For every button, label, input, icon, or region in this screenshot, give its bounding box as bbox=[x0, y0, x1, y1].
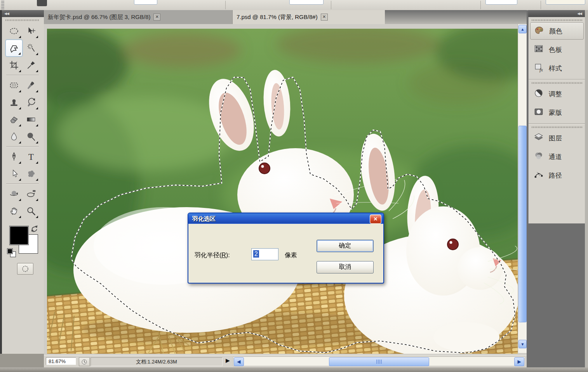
canvas-area: ▲ ▼ bbox=[44, 24, 527, 355]
burn-tool[interactable] bbox=[23, 128, 40, 145]
options-input-partial[interactable] bbox=[134, 0, 157, 5]
swap-colors-icon[interactable] bbox=[30, 224, 39, 234]
patch-tool[interactable] bbox=[5, 77, 23, 94]
selected-input-text: 2 bbox=[253, 250, 259, 258]
tab-close-icon[interactable]: ✕ bbox=[153, 14, 160, 21]
masks-icon bbox=[533, 107, 544, 119]
pixels-unit-label: 像素 bbox=[285, 251, 297, 260]
panel-button-label: 通道 bbox=[549, 152, 562, 161]
history-brush-tool[interactable] bbox=[23, 94, 40, 111]
tool-options-bar bbox=[0, 0, 588, 10]
cancel-button[interactable]: 取消 bbox=[317, 261, 374, 273]
right-panel-dock: ◀◀ 颜色 色板 fx 样式 调整 蒙版 bbox=[528, 10, 585, 372]
path-selection-tool[interactable] bbox=[5, 165, 23, 182]
layers-icon bbox=[533, 132, 544, 144]
ok-button[interactable]: 确定 bbox=[317, 240, 374, 252]
hand-tool[interactable] bbox=[5, 202, 23, 220]
gradient-tool[interactable] bbox=[23, 111, 40, 128]
panel-button-layers[interactable]: 图层 bbox=[530, 130, 584, 147]
status-bar: 81.67% 文档:1.24M/2.63M ▶ ◀ ▶ bbox=[44, 355, 527, 368]
document-canvas[interactable] bbox=[47, 29, 518, 354]
tab-label: 7.psd @ 81.7% (背景, RGB/8#) bbox=[237, 14, 318, 21]
vertical-scroll-thumb[interactable] bbox=[518, 126, 527, 322]
panel-button-label: 调整 bbox=[549, 90, 562, 99]
dialog-title-bar[interactable]: 羽化选区 bbox=[188, 213, 383, 224]
zoom-tool[interactable] bbox=[23, 202, 40, 220]
document-size-info[interactable]: 文档:1.24M/2.63M bbox=[90, 357, 223, 366]
pen-tool[interactable] bbox=[5, 148, 23, 165]
quick-mask-button[interactable] bbox=[17, 263, 33, 275]
scroll-right-icon[interactable]: ▶ bbox=[514, 357, 524, 366]
collapse-right-icon: ◀◀ bbox=[577, 12, 582, 16]
polygonal-lasso-tool[interactable] bbox=[5, 40, 23, 57]
document-tab-active[interactable]: 7.psd @ 81.7% (背景, RGB/8#) ✕ bbox=[233, 10, 385, 24]
default-colors-icon[interactable] bbox=[7, 248, 13, 254]
blur-tool[interactable] bbox=[5, 128, 23, 145]
feather-radius-label: 羽化半径(R): bbox=[195, 251, 230, 260]
custom-shape-tool[interactable] bbox=[23, 165, 40, 182]
panel-button-adjustments[interactable]: 调整 bbox=[530, 85, 584, 102]
dialog-close-icon[interactable]: ✕ bbox=[370, 215, 381, 224]
scroll-up-icon[interactable]: ▲ bbox=[518, 25, 527, 33]
horizontal-scrollbar[interactable]: ◀ ▶ bbox=[233, 356, 525, 366]
dock-collapse-button[interactable]: ◀◀ bbox=[528, 10, 585, 17]
tab-close-icon[interactable]: ✕ bbox=[321, 14, 328, 21]
svg-text:T: T bbox=[28, 152, 34, 162]
swatches-grid-icon bbox=[533, 44, 544, 56]
move-tool[interactable] bbox=[23, 22, 40, 40]
panel-button-label: 蒙版 bbox=[549, 108, 562, 117]
panel-button-styles[interactable]: fx 样式 bbox=[530, 60, 584, 77]
status-flyout-icon[interactable]: ▶ bbox=[226, 357, 230, 363]
panel-button-label: 样式 bbox=[549, 64, 562, 73]
paths-icon bbox=[533, 170, 544, 182]
brush-tool[interactable] bbox=[23, 77, 40, 94]
collapse-left-icon: ◀◀ bbox=[4, 12, 9, 16]
crop-tool[interactable] bbox=[5, 57, 23, 74]
elliptical-marquee-tool[interactable] bbox=[5, 22, 23, 40]
scroll-down-icon[interactable]: ▼ bbox=[518, 340, 527, 348]
toolbox-collapse-button[interactable]: ◀◀ bbox=[2, 10, 44, 17]
3d-rotate-tool[interactable] bbox=[5, 185, 23, 202]
panel-button-color[interactable]: 颜色 bbox=[530, 22, 584, 40]
3d-orbit-tool[interactable] bbox=[23, 185, 40, 202]
panel-button-label: 色板 bbox=[549, 45, 562, 54]
magic-wand-tool[interactable] bbox=[23, 40, 40, 57]
zoom-level-field[interactable]: 81.67% bbox=[46, 357, 76, 365]
panel-drag-handle[interactable] bbox=[532, 82, 582, 84]
eyedropper-tool[interactable] bbox=[23, 57, 40, 74]
panel-button-channels[interactable]: 通道 bbox=[530, 148, 584, 165]
scroll-left-icon[interactable]: ◀ bbox=[234, 357, 244, 366]
panel-button-label: 图层 bbox=[549, 134, 562, 143]
toolbox-drag-handle[interactable] bbox=[5, 19, 39, 21]
options-input-partial[interactable] bbox=[485, 0, 517, 5]
feather-selection-dialog: 羽化选区 ✕ 羽化半径(R): 2 像素 确定 取消 bbox=[188, 213, 384, 284]
feather-radius-input[interactable]: 2 bbox=[251, 248, 278, 260]
photoshop-window: ◀◀ bbox=[0, 0, 588, 372]
styles-fx-icon: fx bbox=[533, 62, 544, 74]
panel-button-label: 颜色 bbox=[549, 27, 562, 36]
channels-icon bbox=[533, 151, 544, 163]
panel-drag-handle[interactable] bbox=[532, 126, 582, 128]
color-palette-icon bbox=[534, 25, 545, 37]
clone-stamp-tool[interactable] bbox=[5, 94, 23, 111]
panel-button-swatches[interactable]: 色板 bbox=[530, 41, 584, 58]
panel-button-masks[interactable]: 蒙版 bbox=[530, 104, 584, 121]
timer-icon[interactable] bbox=[79, 357, 90, 366]
foreground-color-swatch[interactable] bbox=[9, 226, 29, 245]
dialog-title: 羽化选区 bbox=[192, 215, 216, 222]
tool-preset-thumb[interactable] bbox=[37, 0, 47, 6]
options-input-partial[interactable] bbox=[289, 0, 324, 5]
document-tab-bar: 新年贺卡.psd @ 66.7% (图层 3, RGB/8) ✕ 7.psd @… bbox=[44, 10, 527, 24]
eraser-tool[interactable] bbox=[5, 111, 23, 128]
panel-button-paths[interactable]: 路径 bbox=[530, 167, 584, 184]
options-input-partial[interactable] bbox=[546, 0, 585, 5]
options-grip bbox=[1, 0, 4, 9]
tab-label: 新年贺卡.psd @ 66.7% (图层 3, RGB/8) bbox=[48, 14, 150, 21]
horizontal-scroll-thumb[interactable] bbox=[329, 357, 429, 366]
panel-drag-handle[interactable] bbox=[532, 19, 582, 21]
document-tab-inactive[interactable]: 新年贺卡.psd @ 66.7% (图层 3, RGB/8) ✕ bbox=[44, 10, 233, 24]
panel-button-label: 路径 bbox=[549, 171, 562, 180]
type-tool[interactable]: T bbox=[23, 148, 40, 165]
adjustments-icon bbox=[533, 88, 544, 100]
vertical-scrollbar[interactable]: ▲ ▼ bbox=[518, 24, 527, 353]
